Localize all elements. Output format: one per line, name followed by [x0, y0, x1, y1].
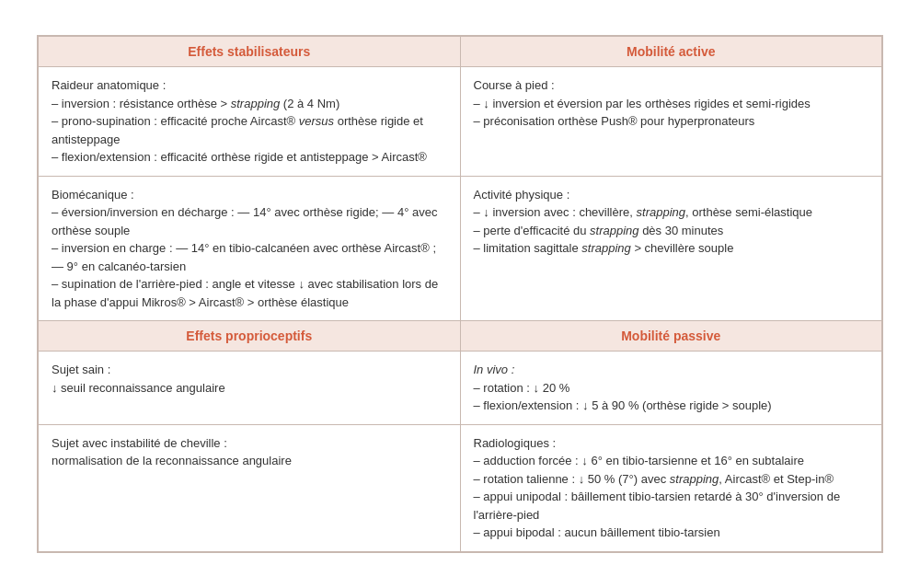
cell-title: Raideur anatomique :: [52, 78, 166, 92]
item-limitation: – limitation sagittale strapping > chevi…: [474, 241, 734, 255]
cell-biomecanique: Biomécanique : – éversion/inversion en d…: [39, 176, 461, 321]
cell-activite-physique: Activité physique : – ↓ inversion avec :…: [460, 176, 882, 321]
item-flexion-extension: – flexion/extension : efficacité orthèse…: [52, 150, 427, 164]
table-row: Biomécanique : – éversion/inversion en d…: [39, 176, 882, 321]
cell-body: normalisation de la reconnaissance angul…: [52, 454, 292, 467]
cell-title: Course à pied :: [474, 78, 555, 92]
item-rotation-talienne: – rotation talienne : ↓ 50 % (7°) avec s…: [474, 472, 834, 486]
item-inversion-cheville: – ↓ inversion avec : chevillère, strappi…: [474, 205, 813, 219]
item-supination: – supination de l'arrière-pied : angle e…: [52, 277, 438, 309]
cell-title: Sujet sain :: [52, 363, 110, 376]
item-appui-unipodal: – appui unipodal : bâillement tibio-tars…: [474, 490, 841, 522]
cell-title: Sujet avec instabilité de cheville :: [52, 436, 227, 450]
cell-raideur-anatomique: Raideur anatomique : – inversion : résis…: [39, 67, 461, 177]
cell-sujet-instabilite: Sujet avec instabilité de cheville : nor…: [39, 424, 461, 551]
effects-table: Effets stabilisateurs Mobilité active Ra…: [38, 36, 882, 552]
cell-body: ↓ seuil reconnaissance angulaire: [52, 381, 225, 395]
main-table-wrapper: Effets stabilisateurs Mobilité active Ra…: [37, 35, 883, 553]
cell-sujet-sain: Sujet sain : ↓ seuil reconnaissance angu…: [39, 352, 461, 425]
header-effets-stabilisateurs: Effets stabilisateurs: [39, 37, 461, 67]
item-inversion-eversion: – ↓ inversion et éversion par les orthès…: [474, 97, 811, 110]
cell-title: In vivo :: [474, 363, 515, 376]
cell-title: Biomécanique :: [52, 188, 134, 202]
item-inversion-charge: – inversion en charge : — 14° en tibio-c…: [52, 241, 436, 273]
table-row: Sujet sain : ↓ seuil reconnaissance angu…: [39, 352, 882, 425]
item-flexion-extension-vivo: – flexion/extension : ↓ 5 à 90 % (orthès…: [474, 398, 772, 412]
header-mobilite-passive: Mobilité passive: [460, 321, 882, 352]
cell-title: Radiologiques :: [474, 436, 557, 450]
header-row-2: Effets proprioceptifs Mobilité passive: [39, 321, 882, 352]
cell-course-a-pied: Course à pied : – ↓ inversion et éversio…: [460, 67, 882, 177]
table-row: Raideur anatomique : – inversion : résis…: [39, 67, 882, 177]
cell-radiologiques: Radiologiques : – adduction forcée : ↓ 6…: [460, 424, 882, 551]
item-prono-supination: – prono-supination : efficacité proche A…: [52, 114, 423, 146]
item-inversion: – inversion : résistance orthèse > strap…: [52, 97, 339, 110]
cell-in-vivo: In vivo : – rotation : ↓ 20 % – flexion/…: [460, 352, 882, 425]
item-eversion-inversion: – éversion/inversion en décharge : — 14°…: [52, 205, 437, 237]
item-preconisation: – préconisation orthèse Push® pour hyper…: [474, 114, 755, 128]
item-rotation: – rotation : ↓ 20 %: [474, 381, 570, 395]
table-row: Sujet avec instabilité de cheville : nor…: [39, 424, 882, 551]
item-appui-bipodal: – appui bipodal : aucun bâillement tibio…: [474, 525, 720, 539]
item-perte-efficacite: – perte d'efficacité du strapping dès 30…: [474, 224, 724, 237]
item-adduction: – adduction forcée : ↓ 6° en tibio-tarsi…: [474, 454, 804, 467]
header-mobilite-active: Mobilité active: [460, 37, 882, 67]
header-effets-proprioceptifs: Effets proprioceptifs: [39, 321, 461, 352]
header-row-1: Effets stabilisateurs Mobilité active: [39, 37, 882, 67]
cell-title: Activité physique :: [474, 188, 570, 202]
